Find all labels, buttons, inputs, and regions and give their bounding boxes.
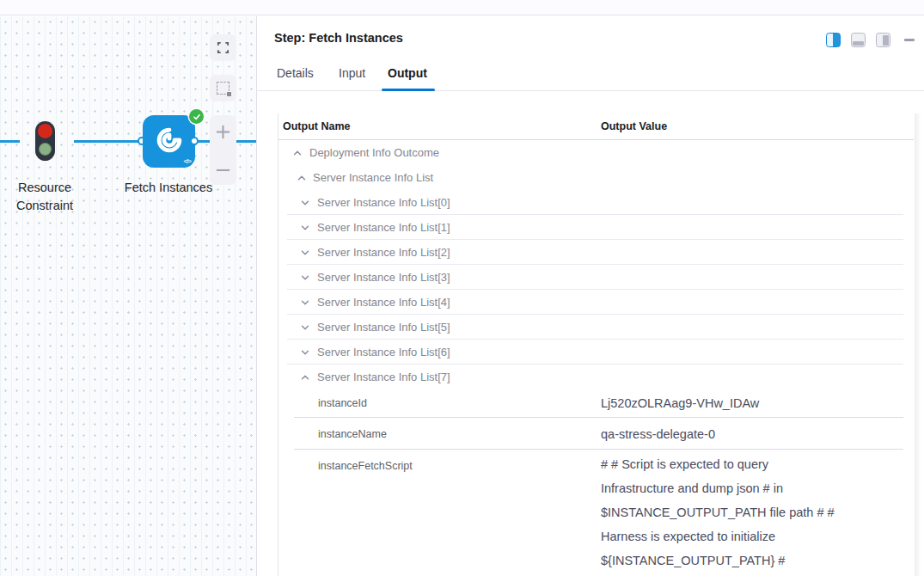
- chevron-down-icon: [300, 297, 310, 308]
- tree-row-list-2[interactable]: Server Instance Info List[2]: [278, 240, 914, 265]
- top-toolbar: [0, 0, 924, 15]
- success-check-icon: [189, 109, 204, 124]
- tree-row-list-1[interactable]: Server Instance Info List[1]: [278, 215, 914, 240]
- tree-row-deployment-info-outcome[interactable]: Deployment Info Outcome: [278, 140, 914, 165]
- harness-step-icon: [155, 126, 184, 158]
- field-row-instance-fetch-script: instanceFetchScript # # Script is expect…: [278, 450, 914, 576]
- tree-row-list-3[interactable]: Server Instance Info List[3]: [278, 265, 914, 290]
- table-header: Output Name Output Value: [278, 113, 914, 140]
- field-value: # # Script is expected to query Infrastr…: [601, 452, 878, 573]
- field-row-instance-name: instanceName qa-stress-delegate-0: [278, 418, 914, 450]
- marquee-select-icon: [217, 82, 229, 95]
- field-row-instance-id: instanceId Lj520zOLRAag9-VHw_IDAw: [278, 389, 914, 418]
- chevron-down-icon: [300, 198, 310, 208]
- step-details-panel: Step: Fetch Instances Details Input Outp…: [256, 16, 924, 576]
- tab-input[interactable]: Input: [339, 66, 365, 80]
- canvas-select-button[interactable]: [210, 75, 236, 101]
- tree-row-list-7[interactable]: Server Instance Info List[7]: [278, 365, 914, 389]
- column-output-value: Output Value: [601, 120, 667, 132]
- panel-title: Step: Fetch Instances: [274, 31, 403, 45]
- chevron-down-icon: [300, 223, 310, 233]
- chevron-up-icon: [297, 173, 307, 183]
- zoom-in-icon[interactable]: [215, 124, 231, 140]
- fullscreen-icon: [217, 41, 229, 54]
- panel-header-actions: [826, 33, 915, 47]
- canvas-zoom-controls[interactable]: [210, 115, 236, 185]
- field-value: qa-stress-delegate-0: [601, 427, 715, 441]
- traffic-green-light: [39, 143, 52, 156]
- layout-bottom-icon[interactable]: [851, 33, 866, 47]
- column-output-name: Output Name: [283, 120, 350, 132]
- field-name: instanceId: [318, 397, 367, 409]
- connector-edge: [74, 140, 143, 143]
- zoom-out-icon[interactable]: [215, 168, 231, 173]
- active-tab-indicator: [382, 89, 435, 91]
- tree-row-list-0[interactable]: Server Instance Info List[0]: [278, 190, 914, 215]
- chevron-down-icon: [300, 248, 310, 258]
- minimize-icon[interactable]: [904, 39, 915, 41]
- layout-right-active-icon[interactable]: [826, 33, 841, 47]
- chevron-down-icon: [300, 273, 310, 283]
- field-name: instanceName: [318, 428, 387, 440]
- connector-edge: [0, 140, 20, 143]
- node-fetch-instances[interactable]: </>: [143, 115, 195, 168]
- chevron-down-icon: [300, 347, 310, 358]
- output-table: Output Name Output Value Deployment Info…: [278, 113, 914, 576]
- chevron-up-icon: [300, 372, 310, 383]
- field-value: Lj520zOLRAag9-VHw_IDAw: [601, 396, 759, 410]
- tab-details[interactable]: Details: [277, 66, 314, 80]
- tab-output[interactable]: Output: [388, 66, 427, 80]
- node-resource-constraint[interactable]: [35, 121, 55, 161]
- canvas-fullscreen-button[interactable]: [210, 34, 236, 61]
- tab-bar: Details Input Output: [257, 66, 924, 91]
- layout-right-icon[interactable]: [876, 33, 890, 47]
- node-out-port: [190, 137, 199, 145]
- tree-row-list-4[interactable]: Server Instance Info List[4]: [278, 290, 914, 315]
- pipeline-canvas[interactable]: </> Resource Constraint Fetch Instances: [0, 16, 256, 576]
- tree-row-server-instance-info-list[interactable]: Server Instance Info List: [278, 165, 914, 190]
- traffic-red-light: [38, 124, 52, 138]
- chevron-up-icon: [292, 148, 303, 158]
- tree-row-list-5[interactable]: Server Instance Info List[5]: [278, 315, 914, 340]
- tree-row-list-6[interactable]: Server Instance Info List[6]: [278, 340, 914, 365]
- chevron-down-icon: [300, 322, 310, 333]
- node-label-resource-constraint: Resource Constraint: [0, 179, 93, 215]
- field-name: instanceFetchScript: [318, 460, 413, 472]
- code-icon: </>: [183, 157, 191, 165]
